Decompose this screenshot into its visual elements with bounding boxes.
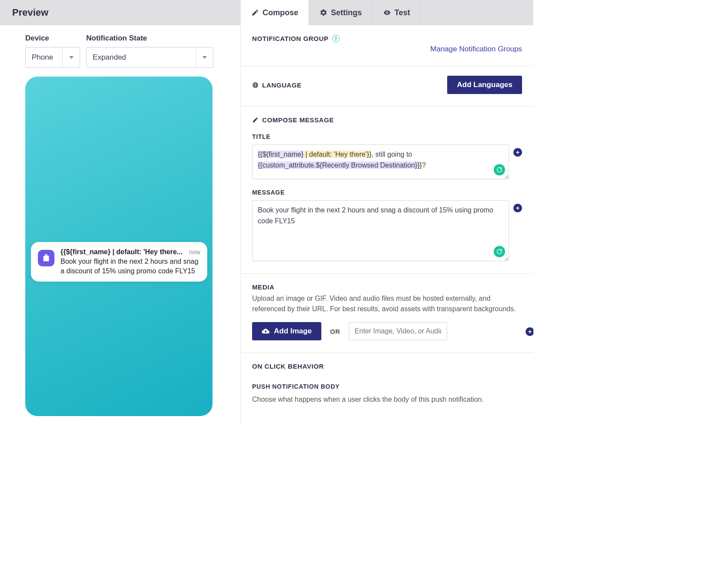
tabs: Compose Settings Test (241, 0, 533, 25)
notification-group-label: NOTIFICATION GROUP (252, 35, 329, 42)
add-personalization-button[interactable]: + (513, 148, 522, 157)
grammarly-icon (494, 246, 505, 257)
compose-message-label: COMPOSE MESSAGE (262, 116, 334, 124)
tab-test-label: Test (394, 8, 410, 17)
notification-time: now (189, 249, 200, 255)
notification-title: {{${first_name} | default: 'Hey there... (61, 248, 185, 256)
message-field-label: MESSAGE (252, 189, 522, 196)
media-label: MEDIA (252, 283, 274, 291)
or-text: OR (330, 328, 340, 335)
tab-settings[interactable]: Settings (309, 0, 373, 25)
notification-card: {{${first_name} | default: 'Hey there...… (31, 242, 207, 282)
device-select[interactable]: Phone (25, 47, 80, 68)
body-label: PUSH NOTIFICATION BODY (252, 383, 522, 390)
add-personalization-button[interactable]: + (513, 204, 522, 212)
chevron-down-icon (195, 47, 213, 67)
phone-preview: {{${first_name} | default: 'Hey there...… (25, 77, 212, 416)
add-image-button[interactable]: Add Image (252, 322, 321, 340)
media-description: Upload an image or GIF. Video and audio … (252, 293, 522, 314)
message-input[interactable]: Book your flight in the next 2 hours and… (252, 200, 509, 261)
tab-test[interactable]: Test (373, 0, 421, 25)
state-select[interactable]: Expanded (86, 47, 213, 68)
help-icon[interactable]: ? (332, 35, 340, 42)
app-icon (38, 250, 54, 266)
editor-panel: Compose Settings Test NOTIFICATION GROUP… (240, 0, 533, 425)
media-url-input[interactable] (349, 322, 447, 340)
add-personalization-button[interactable]: + (526, 327, 533, 336)
preview-header: Preview (0, 0, 240, 25)
tab-settings-label: Settings (331, 8, 362, 17)
pencil-icon (251, 9, 259, 17)
globe-icon (252, 82, 259, 88)
eye-icon (383, 9, 391, 17)
onclick-label: ON CLICK BEHAVIOR (252, 363, 324, 370)
grammarly-icon (494, 164, 505, 175)
tab-compose-label: Compose (263, 8, 298, 17)
device-value: Phone (26, 53, 59, 62)
preview-panel: Preview Device Phone Notification State … (0, 0, 240, 425)
title-input[interactable]: {{${first_name} | default: 'Hey there'}}… (252, 144, 509, 179)
manage-groups-link[interactable]: Manage Notification Groups (430, 45, 522, 53)
preview-title: Preview (12, 7, 48, 18)
chevron-down-icon (62, 47, 80, 67)
notification-message: Book your flight in the next 2 hours and… (61, 257, 200, 276)
state-label: Notification State (86, 34, 213, 43)
cloud-upload-icon (262, 327, 270, 335)
device-label: Device (25, 34, 80, 43)
title-field-label: TITLE (252, 133, 522, 140)
tab-compose[interactable]: Compose (241, 0, 309, 25)
state-value: Expanded (87, 53, 132, 62)
edit-icon (252, 117, 259, 123)
gear-icon (320, 9, 327, 17)
language-label: LANGUAGE (262, 81, 302, 89)
add-languages-button[interactable]: Add Languages (447, 76, 522, 94)
body-description: Choose what happens when a user clicks t… (252, 394, 522, 405)
